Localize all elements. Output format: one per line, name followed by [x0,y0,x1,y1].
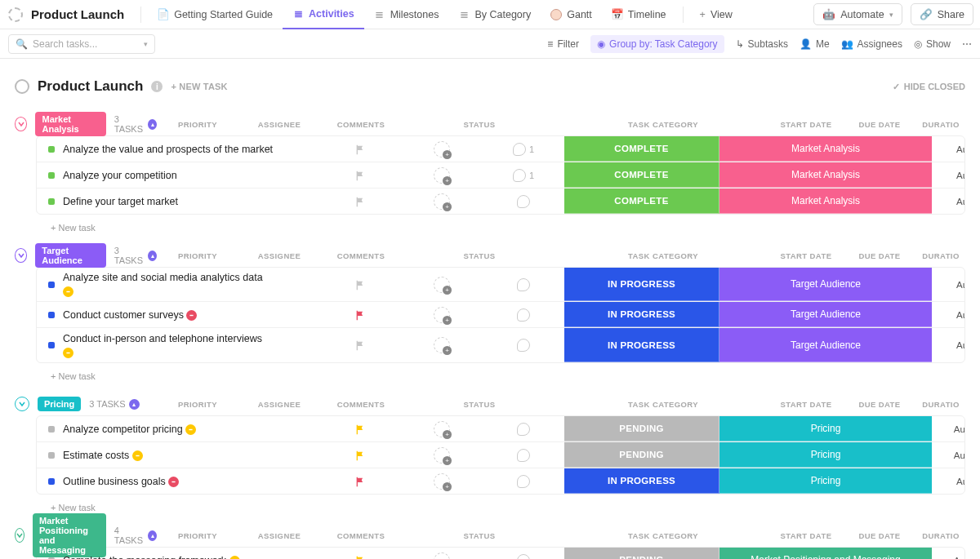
col-status[interactable]: STATUS [402,251,557,260]
assignee-cell[interactable] [401,421,483,437]
collapse-icon[interactable]: ▴ [148,530,157,541]
priority-cell[interactable] [319,309,401,321]
task-name-cell[interactable]: Define your target market [37,196,319,207]
col-due[interactable]: DUE DATE [843,120,916,129]
assignee-cell[interactable] [401,193,483,210]
status-dot-icon[interactable] [48,478,55,485]
me-button[interactable]: 👤Me [800,38,830,50]
assignee-cell[interactable] [401,141,483,157]
status-cell[interactable]: COMPLETE [564,162,719,188]
task-name-cell[interactable]: Outline business goals [37,476,319,487]
assignee-add-icon[interactable] [434,552,450,560]
assignee-cell[interactable] [401,473,483,490]
status-dot-icon[interactable] [48,198,55,205]
task-row[interactable]: Define your target market COMPLETE Marke… [37,189,964,214]
task-name-cell[interactable]: Complete the messaging framework [37,555,319,560]
status-cell[interactable]: PENDING [564,548,719,559]
status-cell[interactable]: IN PROGRESS [564,302,719,327]
col-priority[interactable]: PRIORITY [157,400,238,409]
category-cell[interactable]: Market Analysis [719,162,932,188]
start-date-cell[interactable]: Aug 6 [932,280,965,290]
comments-cell[interactable] [483,423,564,436]
groupby-button[interactable]: ◉Group by: Task Category [590,35,724,53]
col-start[interactable]: START DATE [769,120,843,129]
group-pill[interactable]: Pricing [38,397,81,411]
start-date-cell[interactable]: Aug 4 [932,310,965,320]
col-duration[interactable]: DURATIO [916,400,965,409]
task-name-cell[interactable]: Conduct customer surveys [37,309,319,321]
group-collapse-toggle[interactable] [15,397,29,411]
comments-cell[interactable] [483,449,564,462]
assignee-add-icon[interactable] [434,307,450,323]
tab-by-category[interactable]: ≣By Category [448,0,541,29]
task-row[interactable]: Analyze your competition 1 COMPLETE Mark… [37,162,964,189]
task-row[interactable]: Analyze the value and prospects of the m… [37,136,964,162]
group-pill[interactable]: Target Audience [35,243,105,268]
category-cell[interactable]: Pricing [719,442,932,468]
task-name-cell[interactable]: Analyze your competition [37,170,319,181]
comments-cell[interactable] [483,278,564,291]
comments-cell[interactable]: 1 [483,143,564,156]
status-cell[interactable]: IN PROGRESS [564,268,719,301]
group-pill[interactable]: Market Analysis [35,112,105,136]
group-new-task-button[interactable]: + New task [15,495,965,516]
col-category[interactable]: TASK CATEGORY [557,251,769,260]
status-dot-icon[interactable] [48,282,55,288]
start-date-cell[interactable]: Aug 11 [932,450,965,460]
assignee-add-icon[interactable] [434,473,450,490]
assignee-add-icon[interactable] [434,277,450,293]
list-status-icon[interactable] [15,79,29,94]
comments-cell[interactable] [483,339,564,352]
assignee-cell[interactable] [401,337,483,353]
col-status[interactable]: STATUS [402,400,557,409]
assignee-cell[interactable] [401,552,483,560]
assignee-cell[interactable] [401,167,483,184]
filter-button[interactable]: ≡Filter [547,38,579,50]
priority-cell[interactable] [319,279,401,291]
group-new-task-button[interactable]: + New task [15,215,965,236]
col-comments[interactable]: COMMENTS [320,251,402,260]
priority-cell[interactable] [319,144,401,155]
more-button[interactable]: ⋯ [962,38,972,50]
tab-milestones[interactable]: ≣Milestones [364,0,449,29]
comments-cell[interactable]: 1 [483,169,564,182]
status-dot-icon[interactable] [48,172,55,179]
assignee-cell[interactable] [401,307,483,323]
task-row[interactable]: Analyze competitor pricing PENDING Prici… [37,416,964,442]
task-row[interactable]: Conduct in-person and telephone intervie… [37,328,964,362]
assignee-add-icon[interactable] [434,141,450,157]
category-cell[interactable]: Target Audience [719,302,932,327]
task-row[interactable]: Analyze site and social media analytics … [37,268,964,302]
task-row[interactable]: Conduct customer surveys IN PROGRESS Tar… [37,302,964,328]
category-cell[interactable]: Market Positioning and Messaging [719,548,932,559]
col-priority[interactable]: PRIORITY [157,531,238,540]
status-dot-icon[interactable] [48,426,55,433]
show-button[interactable]: ◎Show [914,38,951,50]
status-dot-icon[interactable] [48,452,55,459]
tab-getting-started-guide[interactable]: 📄Getting Started Guide [148,0,283,29]
group-collapse-toggle[interactable] [15,248,27,263]
automate-button[interactable]: 🤖 Automate ▾ [813,3,902,25]
col-assignee[interactable]: ASSIGNEE [238,251,320,260]
priority-cell[interactable] [319,339,401,351]
col-duration[interactable]: DURATIO [916,251,965,260]
collapse-icon[interactable]: ▴ [148,251,157,261]
comments-cell[interactable] [483,195,564,208]
assignee-cell[interactable] [401,277,483,293]
col-status[interactable]: STATUS [402,120,557,129]
category-cell[interactable]: Pricing [719,416,932,441]
col-category[interactable]: TASK CATEGORY [557,400,769,409]
start-date-cell[interactable]: Aug 2 [932,171,965,180]
group-collapse-toggle[interactable] [15,117,27,131]
col-assignee[interactable]: ASSIGNEE [238,120,320,129]
col-due[interactable]: DUE DATE [843,531,916,540]
comments-cell[interactable] [483,308,564,322]
assignee-add-icon[interactable] [434,193,450,210]
collapse-icon[interactable]: ▴ [148,119,157,130]
col-category[interactable]: TASK CATEGORY [557,120,769,129]
col-duration[interactable]: DURATIO [916,120,965,129]
status-cell[interactable]: IN PROGRESS [564,328,719,362]
assignee-add-icon[interactable] [434,167,450,184]
assignee-add-icon[interactable] [434,337,450,353]
col-comments[interactable]: COMMENTS [320,120,402,129]
